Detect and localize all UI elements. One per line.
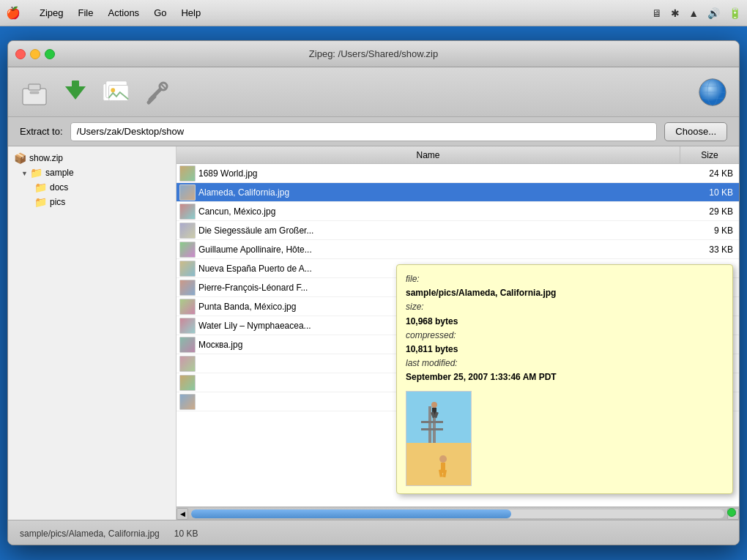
svg-rect-18 [406, 392, 472, 443]
file-thumbnail [179, 375, 196, 391]
sidebar: 📦 show.zip ▼ 📁 sample 📁 docs 📁 pics [8, 146, 176, 520]
svg-rect-23 [421, 428, 443, 430]
status-path: sample/pics/Alameda, California.jpg [20, 529, 160, 539]
sidebar-item-showzip[interactable]: 📦 show.zip [8, 151, 176, 165]
scroll-left-arrow[interactable]: ◀ [176, 508, 188, 520]
menubar: 🍎 Zipeg File Actions Go Help 🖥 ✱ ▲ 🔊 🔋 [0, 0, 747, 26]
extract-path-input[interactable] [70, 122, 658, 141]
bluetooth-icon: ✱ [671, 7, 680, 19]
file-size: 29 KB [680, 206, 739, 217]
file-size: 9 KB [680, 225, 739, 236]
svg-rect-19 [406, 443, 472, 486]
titlebar: Zipeg: /Users/Shared/show.zip [8, 41, 739, 67]
tooltip-file-label: file: [406, 272, 724, 286]
file-thumbnail [179, 337, 196, 353]
menu-app[interactable]: Zipeg [32, 6, 71, 20]
tooltip-compressed-value: 10,811 bytes [406, 343, 724, 356]
file-thumbnail [179, 204, 196, 220]
file-row[interactable]: Cancun, México.jpg29 KB [176, 202, 739, 221]
extract-icon [61, 78, 90, 107]
file-thumbnail [179, 280, 196, 296]
folder-icon-docs: 📁 [34, 182, 47, 193]
sidebar-item-docs[interactable]: 📁 docs [8, 180, 176, 195]
tooltip-popup: file: sample/pics/Alameda, California.jp… [396, 264, 733, 494]
file-row[interactable]: 1689 World.jpg24 KB [176, 164, 739, 183]
folder-icon-sample: 📁 [30, 167, 42, 179]
file-name: Alameda, California.jpg [198, 187, 680, 198]
file-thumbnail [179, 242, 196, 258]
photos-button[interactable] [102, 78, 131, 107]
file-thumbnail [179, 223, 196, 239]
svg-rect-20 [428, 406, 431, 443]
choose-button[interactable]: Choose... [664, 122, 727, 141]
svg-rect-1 [29, 84, 40, 90]
triangle-open-icon: ▼ [21, 170, 27, 176]
file-row[interactable]: Alameda, California.jpg10 KB [176, 183, 739, 202]
archive-button[interactable] [20, 78, 49, 107]
menu-file[interactable]: File [71, 6, 101, 20]
file-thumbnail [179, 394, 196, 410]
archive-icon [20, 78, 49, 107]
svg-rect-4 [72, 81, 79, 91]
sidebar-label-docs: docs [50, 182, 68, 193]
tooltip-compressed-label: compressed: [406, 329, 724, 343]
file-name: Cancun, México.jpg [198, 206, 680, 217]
file-row[interactable]: Guillaume Apollinaire, Hôte...33 KB [176, 240, 739, 259]
folder-icon-pics: 📁 [34, 196, 47, 208]
tooltip-size-label: size: [406, 300, 724, 314]
file-thumbnail [179, 184, 196, 201]
globe-icon [698, 78, 727, 107]
app-window: Zipeg: /Users/Shared/show.zip [7, 40, 740, 545]
file-list-header: Name Size [176, 146, 739, 164]
menu-help[interactable]: Help [174, 6, 208, 20]
battery-icon: 🔋 [729, 7, 741, 19]
svg-point-28 [439, 455, 447, 463]
extract-label: Extract to: [20, 126, 63, 137]
file-thumbnail [179, 318, 196, 334]
svg-point-8 [111, 88, 115, 92]
wifi-icon: ▲ [688, 7, 699, 19]
tooltip-file-value: sample/pics/Alameda, California.jpg [406, 286, 724, 300]
file-size: 10 KB [680, 187, 739, 198]
tooltip-thumbnail [406, 391, 472, 486]
traffic-lights [15, 49, 55, 59]
file-thumbnail [179, 165, 196, 182]
svg-rect-0 [23, 89, 46, 105]
extract-button[interactable] [61, 78, 90, 107]
svg-point-24 [431, 402, 437, 408]
svg-line-12 [149, 97, 155, 102]
sidebar-label-sample: sample [45, 168, 74, 178]
tools-button[interactable] [143, 78, 172, 107]
h-scroll-track[interactable] [191, 509, 724, 518]
statusbar: sample/pics/Alameda, California.jpg 10 K… [8, 520, 739, 545]
h-scroll-thumb[interactable] [191, 509, 511, 518]
sidebar-item-pics[interactable]: 📁 pics [8, 195, 176, 209]
minimize-button[interactable] [30, 49, 40, 59]
menu-actions[interactable]: Actions [100, 6, 146, 20]
tools-icon [143, 78, 172, 107]
sidebar-label-showzip: show.zip [29, 153, 63, 163]
file-thumbnail [179, 261, 196, 277]
maximize-button[interactable] [45, 49, 55, 59]
h-scrollbar[interactable]: ◀ ▶ [176, 507, 739, 520]
close-button[interactable] [15, 49, 26, 59]
tooltip-modified-label: last modified: [406, 356, 724, 370]
status-size: 10 KB [174, 529, 198, 539]
tooltip-modified-value: September 25, 2007 1:33:46 AM PDT [406, 370, 724, 384]
file-name: Guillaume Apollinaire, Hôte... [198, 244, 680, 255]
extract-bar: Extract to: Choose... [8, 117, 739, 146]
menu-go[interactable]: Go [146, 6, 174, 20]
globe-button[interactable] [698, 78, 727, 107]
sidebar-label-pics: pics [50, 197, 65, 207]
col-name-header: Name [176, 146, 680, 163]
file-row[interactable]: Die Siegessäule am Großer...9 KB [176, 221, 739, 240]
menubar-right: 🖥 ✱ ▲ 🔊 🔋 [652, 7, 741, 19]
volume-icon: 🔊 [707, 7, 720, 19]
apple-menu[interactable]: 🍎 [6, 6, 21, 20]
file-size: 24 KB [680, 168, 739, 179]
monitor-icon: 🖥 [652, 7, 662, 19]
svg-rect-2 [30, 92, 39, 94]
file-thumbnail [179, 356, 196, 372]
sidebar-item-sample[interactable]: ▼ 📁 sample [8, 165, 176, 180]
photos-icon [102, 78, 131, 107]
